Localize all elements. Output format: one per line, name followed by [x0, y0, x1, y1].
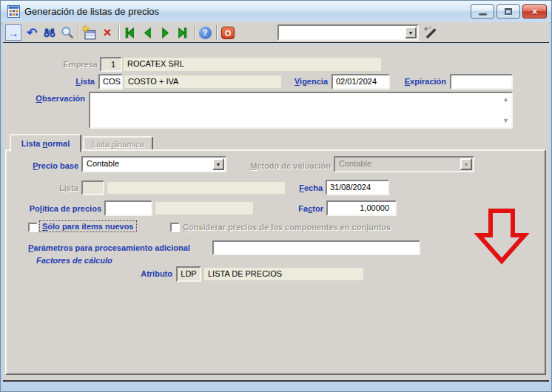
lista-name-field: COSTO + IVA [124, 75, 282, 89]
nav-next-icon[interactable] [157, 24, 173, 41]
politica-name-field [155, 201, 254, 215]
observacion-label: Observación [36, 94, 85, 103]
toolbar: → ↶ × [3, 22, 549, 43]
lista-panel-code-field [81, 180, 104, 195]
chevron-down-icon: ▼ [216, 162, 221, 167]
stop-icon[interactable]: O [220, 24, 236, 41]
zoom-magnifier-icon[interactable] [59, 24, 75, 41]
observacion-textarea[interactable]: ▲ ▼ [89, 92, 513, 129]
factor-input[interactable]: 1,00000 [326, 200, 397, 216]
metodo-dropdown-button: ▼ [460, 158, 472, 170]
chevron-down-icon: ▼ [464, 162, 469, 167]
magic-wand-icon[interactable] [423, 24, 439, 41]
vigencia-input[interactable]: 02/01/2024 [331, 74, 390, 89]
atributo-name-field: LISTA DE PRECIOS [203, 267, 364, 281]
lista-label: Lista [75, 77, 95, 86]
factores-groupbox-label: Factores de cálculo [33, 256, 116, 265]
politica-code-input[interactable] [104, 200, 152, 216]
tab-lista-normal[interactable]: Lista normal [10, 134, 81, 152]
precio-base-label: Precio base [33, 161, 78, 170]
lista-code-input[interactable]: COS [98, 74, 123, 89]
atributo-label: Atributo [141, 269, 172, 278]
factor-label: Factor [298, 204, 323, 213]
titlebar[interactable]: Generación de listas de precios × [1, 1, 551, 23]
maximize-icon [505, 8, 512, 15]
lista-panel-name-field [107, 181, 286, 195]
precio-base-dropdown-button[interactable]: ▼ [212, 158, 224, 170]
toolbar-separator [194, 25, 195, 40]
atributo-code-field: LDP [176, 266, 201, 282]
app-icon [7, 5, 20, 18]
empresa-name-field: ROCATEX SRL [123, 57, 382, 72]
metodo-valuacion-label: Método de valuación [250, 161, 331, 170]
solo-items-nuevos-checkbox[interactable] [28, 223, 38, 232]
precio-base-value: Contable [87, 159, 119, 168]
toolbar-separator [216, 25, 218, 40]
window-title: Generación de listas de precios [24, 1, 159, 22]
scroll-up-icon[interactable]: ▲ [502, 96, 509, 103]
combobox-dropdown-button[interactable]: ▼ [405, 27, 417, 38]
solo-items-nuevos-label[interactable]: Sólo para ítems nuevos [40, 221, 136, 232]
fecha-input[interactable]: 31/08/2024 [326, 180, 389, 195]
minimize-icon [479, 13, 487, 16]
toolbar-combobox[interactable]: ▼ [277, 24, 419, 41]
maximize-button[interactable] [497, 4, 520, 18]
new-record-icon[interactable] [81, 24, 97, 41]
chevron-down-icon: ▼ [408, 30, 414, 36]
politica-precios-label: Política de precios [30, 204, 101, 213]
lista-panel-label: Lista [59, 183, 78, 192]
minimize-button[interactable] [471, 4, 494, 18]
vigencia-label: Vigencia [294, 77, 328, 86]
precio-base-combobox[interactable]: Contable ▼ [81, 156, 226, 172]
nav-last-icon[interactable] [174, 24, 190, 41]
nav-first-icon[interactable] [121, 24, 138, 41]
delete-icon[interactable]: × [99, 24, 115, 41]
dialog-body: Empresa 1 ROCATEX SRL Lista COS COSTO + … [3, 44, 549, 382]
metodo-valuacion-combobox: Contable ▼ [334, 156, 474, 172]
scroll-down-icon[interactable]: ▼ [502, 118, 509, 124]
toolbar-separator [118, 25, 120, 40]
parametros-input[interactable] [212, 240, 420, 255]
considerar-componentes-label: Considerar precios de los componentes en… [183, 223, 391, 232]
expiracion-label: Expiración [405, 77, 446, 86]
undo-icon[interactable]: ↶ [24, 24, 40, 41]
empresa-code-field: 1 [100, 57, 122, 72]
search-binoculars-icon[interactable] [41, 24, 58, 41]
app-window: Generación de listas de precios × → ↶ [0, 0, 552, 392]
annotation-arrow [475, 208, 528, 266]
enter-icon[interactable]: → [5, 24, 21, 41]
nav-previous-icon[interactable] [139, 24, 155, 41]
empresa-label: Empresa [64, 60, 98, 69]
expiracion-input[interactable] [450, 74, 513, 89]
metodo-valuacion-value: Contable [339, 159, 371, 168]
toolbar-separator [78, 25, 79, 40]
considerar-componentes-checkbox [170, 223, 180, 232]
parametros-label: Parámetros para procesamiento adicional [28, 243, 190, 252]
close-button[interactable]: × [522, 4, 547, 18]
close-icon: × [523, 5, 546, 18]
help-icon[interactable]: ? [197, 24, 213, 41]
fecha-label: Fecha [299, 183, 323, 192]
